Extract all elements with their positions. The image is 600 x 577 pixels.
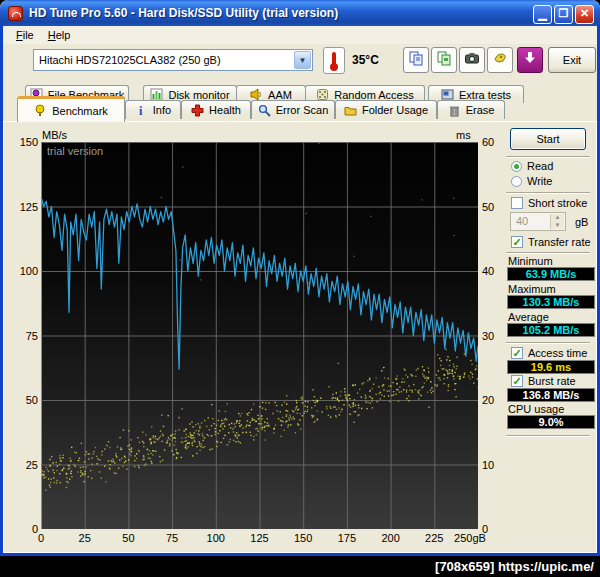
close-button[interactable]: ✕ [575,5,594,24]
download-button[interactable] [517,47,543,73]
tab-folder-usage[interactable]: Folder Usage [335,100,437,119]
transfer-rate-label: Transfer rate [528,236,591,248]
read-radio[interactable]: Read [511,160,553,172]
axis-tick-label: 50 [12,394,38,406]
health-icon [191,104,204,117]
minimum-label: Minimum [508,255,553,267]
short-stroke-unit: gB [575,216,588,228]
title-bar[interactable]: HD Tune Pro 5.60 - Hard Disk/SSD Utility… [0,0,600,26]
menu-help[interactable]: Help [41,28,78,42]
erase-icon [448,104,461,117]
chart-plot-area: trial version [41,142,478,529]
checkbox-checked-icon: ✓ [511,347,523,359]
tab-health[interactable]: Health [181,100,251,119]
drive-select-dropdown[interactable]: Hitachi HDS721025CLA382 (250 gB) ▼ [33,49,313,71]
axis-tick-label: 75 [12,330,38,342]
minimize-button[interactable]: ▁ [533,5,552,24]
tab-benchmark[interactable]: Benchmark [17,96,125,122]
maximum-label: Maximum [508,283,556,295]
average-label: Average [508,311,549,323]
tab-label: Info [153,104,171,116]
axis-tick-label: 25 [63,532,107,544]
write-radio[interactable]: Write [511,175,552,187]
app-window: HD Tune Pro 5.60 - Hard Disk/SSD Utility… [0,0,600,556]
copy-image-icon [436,50,452,70]
axis-tick-label: 100 [194,532,238,544]
short-stroke-size-spinner[interactable]: 40 ▲▼ [510,212,566,231]
menu-bar: FileHelp [3,26,597,44]
toolbar: Hitachi HDS721025CLA382 (250 gB) ▼ 35°C … [3,44,597,82]
error-scan-icon [258,104,271,117]
checkbox-unchecked-icon [511,197,523,209]
spinner-arrows-icon[interactable]: ▲▼ [550,214,564,229]
transfer-rate-checkbox[interactable]: ✓ Transfer rate [511,236,591,248]
cpu-usage-value: 9.0% [507,415,595,429]
copy-text-button[interactable] [403,47,429,73]
tab-label: AAM [268,89,292,101]
axis-tick-label: 0 [19,532,63,544]
screenshot-button[interactable] [459,47,485,73]
exit-button[interactable]: Exit [548,47,596,73]
tab-label: Random Access [334,89,413,101]
benchmark-controls: Start Read Write Short stroke 40 ▲▼ gB [498,122,598,552]
maximize-icon: ❐ [559,8,569,19]
axis-tick-label: 250gB [448,532,492,544]
chart-canvas [41,142,478,529]
folder-usage-icon [344,104,357,117]
separator [506,156,590,158]
camera-icon [464,50,480,70]
drive-select-value: Hitachi HDS721025CLA382 (250 gB) [39,54,221,66]
save-button[interactable] [487,47,513,73]
chevron-down-icon[interactable]: ▼ [294,51,311,69]
close-icon: ✕ [580,8,589,19]
separator [506,342,590,344]
checkbox-checked-icon: ✓ [511,375,523,387]
temperature-button[interactable] [323,47,345,74]
maximize-button[interactable]: ❐ [554,5,573,24]
tab-erase[interactable]: Erase [437,100,505,119]
temperature-value: 35°C [352,53,379,67]
axis-tick-label: 75 [150,532,194,544]
benchmark-icon [34,104,47,117]
axis-tick-label: 150 [281,532,325,544]
minimum-value: 63.9 MB/s [507,267,595,281]
benchmark-panel: MB/s ms trial version 150125100755025060… [3,121,597,553]
access-time-label: Access time [528,347,587,359]
tab-label: Extra tests [459,89,511,101]
separator [506,252,590,254]
tab-info[interactable]: iInfo [125,100,181,119]
tab-strip: File BenchmarkDisk monitorAAMRandom Acce… [3,82,597,122]
tab-label: Erase [466,104,495,116]
copy-text-icon [408,50,424,70]
thermometer-icon [332,52,336,65]
watermark-bar: [708x659] https://upic.me/ [0,556,600,577]
axis-tick-label: 150 [12,136,38,148]
tab-label: Benchmark [52,105,108,117]
access-time-checkbox[interactable]: ✓ Access time [511,347,587,359]
start-button[interactable]: Start [510,128,586,150]
exit-label: Exit [563,54,581,66]
start-label: Start [536,133,559,145]
info-icon: i [135,104,148,117]
svg-text:i: i [139,104,143,117]
menu-file[interactable]: File [9,28,41,42]
copy-image-button[interactable] [431,47,457,73]
left-axis-unit: MB/s [42,129,67,141]
tab-label: Disk monitor [168,89,229,101]
tab-label: Folder Usage [362,104,428,116]
right-axis-unit: ms [456,129,471,141]
maximum-value: 130.3 MB/s [507,295,595,309]
short-stroke-checkbox[interactable]: Short stroke [511,197,587,209]
download-icon [522,50,538,70]
burst-rate-value: 136.8 MB/s [507,388,595,402]
short-stroke-value: 40 [516,215,528,227]
radio-selected-icon [511,161,522,172]
short-stroke-label: Short stroke [528,197,587,209]
tab-error-scan[interactable]: Error Scan [251,100,335,119]
axis-tick-label: 125 [12,201,38,213]
cpu-usage-label: CPU usage [508,403,564,415]
axis-tick-label: 200 [369,532,413,544]
radio-unselected-icon [511,176,522,187]
separator [506,435,590,437]
burst-rate-checkbox[interactable]: ✓ Burst rate [511,375,576,387]
